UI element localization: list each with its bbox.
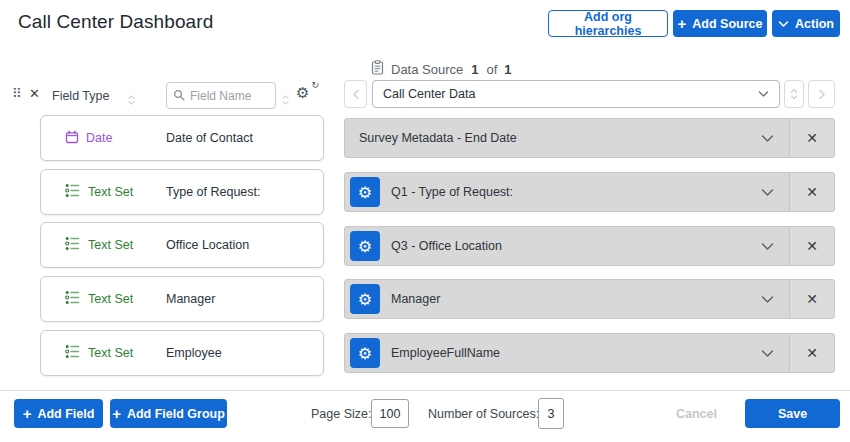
sort-icon[interactable] [127, 91, 136, 109]
field-name: Office Location [166, 238, 249, 252]
field-name: Manager [166, 292, 215, 306]
add-source-button[interactable]: + Add Source [673, 10, 767, 37]
add-field-button[interactable]: + Add Field [14, 399, 103, 428]
field-type-label: Text Set [88, 238, 133, 252]
close-icon[interactable]: ✕ [789, 173, 834, 211]
field-name-search[interactable] [166, 82, 276, 109]
field-settings-gear-icon[interactable]: ⚙ ↻ [296, 84, 316, 104]
field-card-manager[interactable]: Text Set Manager [40, 276, 324, 322]
call-center-dashboard-app: Call Center Dashboard Add org hierarchie… [0, 0, 850, 442]
chevron-down-icon[interactable] [745, 227, 789, 265]
plus-icon: + [678, 16, 687, 31]
gear-settings-button[interactable]: ⚙ [350, 284, 380, 314]
text-set-icon [65, 290, 81, 308]
field-type-label: Text Set [88, 346, 133, 360]
search-icon [173, 87, 185, 105]
page-title: Call Center Dashboard [18, 11, 213, 33]
source-select[interactable]: Call Center Data [372, 80, 780, 108]
clipboard-icon [371, 60, 384, 78]
field-name: Employee [166, 346, 222, 360]
add-field-group-label: Add Field Group [127, 407, 225, 421]
close-icon[interactable]: ✕ [789, 227, 834, 265]
close-icon[interactable]: ✕ [789, 334, 834, 372]
page-size-label: Page Size: [311, 407, 371, 421]
close-icon[interactable]: ✕ [789, 280, 834, 318]
save-label: Save [778, 407, 807, 421]
field-name: Date of Contact [166, 131, 253, 145]
add-field-group-button[interactable]: + Add Field Group [110, 399, 227, 428]
add-org-hierarchies-label: Add org hierarchies [549, 10, 667, 38]
gear-settings-button[interactable]: ⚙ [350, 231, 380, 261]
text-set-icon [65, 183, 81, 201]
next-source-button[interactable] [808, 80, 835, 108]
mapped-field-bar: Survey Metadata - End Date ✕ [344, 118, 835, 158]
field-card-type-of-request[interactable]: Text Set Type of Request: [40, 169, 324, 215]
field-card-office-location[interactable]: Text Set Office Location [40, 222, 324, 268]
chevron-down-icon[interactable] [745, 334, 789, 372]
field-name-search-input[interactable] [190, 89, 269, 103]
previous-source-button[interactable] [344, 80, 367, 108]
text-set-icon [65, 236, 81, 254]
data-source-label: Data Source [391, 62, 463, 77]
page-size-input[interactable] [371, 399, 409, 428]
text-set-icon [65, 344, 81, 362]
source-select-value: Call Center Data [383, 87, 475, 101]
drag-handle-icon[interactable]: ⠿ [12, 87, 22, 100]
cancel-button[interactable]: Cancel [676, 407, 717, 421]
mapped-field-bar: ⚙ EmployeeFullName ✕ [344, 333, 835, 373]
sort-icon[interactable] [281, 91, 290, 109]
add-field-label: Add Field [37, 407, 94, 421]
mapped-field-bar: ⚙ Q3 - Office Location ✕ [344, 226, 835, 266]
data-source-of: of [487, 62, 498, 77]
mapped-field-label: Manager [391, 292, 440, 306]
plus-icon: + [112, 406, 121, 421]
action-button[interactable]: Action [772, 10, 840, 37]
mapped-field-bar: ⚙ Q1 - Type of Request: ✕ [344, 172, 835, 212]
chevron-down-icon[interactable] [745, 119, 789, 157]
field-card-date-of-contact[interactable]: Date Date of Contact [40, 115, 324, 161]
chevron-down-icon[interactable] [745, 173, 789, 211]
close-icon[interactable]: ✕ [29, 86, 40, 101]
field-type-label: Date [86, 131, 112, 145]
mapped-field-label: Q3 - Office Location [391, 239, 502, 253]
save-button[interactable]: Save [745, 399, 840, 428]
mapped-field-label: EmployeeFullName [391, 346, 500, 360]
add-source-label: Add Source [692, 17, 762, 31]
field-type-column-header: Field Type [52, 89, 109, 103]
field-name: Type of Request: [166, 185, 261, 199]
field-type-label: Text Set [88, 185, 133, 199]
data-source-current: 1 [471, 62, 478, 77]
plus-icon: + [23, 406, 32, 421]
mapped-field-label: Survey Metadata - End Date [359, 131, 517, 145]
field-card-employee[interactable]: Text Set Employee [40, 330, 324, 376]
data-source-header: Data Source 1 of 1 [371, 60, 512, 78]
data-source-total: 1 [504, 62, 511, 77]
reorder-source-button[interactable] [784, 80, 804, 108]
chevron-down-icon [758, 87, 769, 101]
gear-settings-button[interactable]: ⚙ [350, 338, 380, 368]
field-type-label: Text Set [88, 292, 133, 306]
add-org-hierarchies-button[interactable]: Add org hierarchies [548, 10, 668, 37]
number-of-sources-label: Number of Sources: [428, 407, 539, 421]
field-filter-row: ⠿ ✕ Field Type ⚙ ↻ [0, 82, 330, 110]
number-of-sources-input[interactable] [538, 398, 564, 429]
footer-divider [0, 390, 850, 391]
calendar-icon [65, 130, 79, 147]
close-icon[interactable]: ✕ [789, 119, 834, 157]
mapped-field-bar: ⚙ Manager ✕ [344, 279, 835, 319]
chevron-down-icon [778, 20, 789, 28]
action-label: Action [795, 17, 834, 31]
mapped-field-label: Q1 - Type of Request: [391, 185, 513, 199]
gear-settings-button[interactable]: ⚙ [350, 177, 380, 207]
chevron-down-icon[interactable] [745, 280, 789, 318]
